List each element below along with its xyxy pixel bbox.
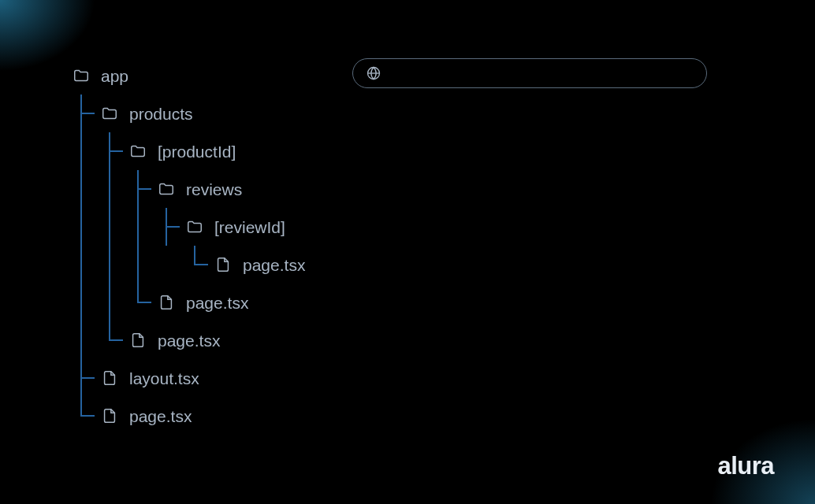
tree-label: app — [101, 68, 128, 84]
file-icon — [129, 332, 147, 349]
tree-label: page.tsx — [243, 257, 305, 273]
globe-icon — [366, 65, 381, 81]
tree-label: [productId] — [158, 143, 236, 160]
file-icon — [101, 407, 118, 424]
tree-label: page.tsx — [186, 295, 248, 311]
tree-row-productid[interactable]: [productId] — [73, 132, 305, 170]
tree-row-page-tsx[interactable]: page.tsx — [73, 284, 305, 321]
tree-row-app[interactable]: app — [73, 57, 305, 94]
folder-icon — [158, 180, 175, 198]
url-bar[interactable] — [352, 58, 707, 88]
file-icon — [214, 256, 232, 273]
tree-row-reviews[interactable]: reviews — [73, 170, 305, 208]
tree-row-layout-tsx[interactable]: layout.tsx — [73, 359, 305, 397]
folder-icon — [73, 67, 90, 84]
main-container: app products [productId] — [0, 0, 815, 435]
tree-row-products[interactable]: products — [73, 94, 305, 132]
tree-row-reviewid[interactable]: [reviewId] — [73, 208, 305, 246]
brand-logo: alura — [717, 452, 774, 480]
tree-label: page.tsx — [129, 408, 192, 424]
tree-row-page-tsx[interactable]: page.tsx — [73, 321, 305, 359]
tree-label: [reviewId] — [214, 219, 285, 235]
tree-row-page-tsx[interactable]: page.tsx — [73, 397, 305, 435]
file-icon — [101, 369, 118, 387]
tree-label: page.tsx — [158, 332, 220, 349]
tree-row-page-tsx[interactable]: page.tsx — [73, 246, 305, 284]
file-tree: app products [productId] — [73, 57, 305, 435]
folder-icon — [186, 218, 203, 235]
tree-label: products — [129, 106, 193, 122]
tree-label: reviews — [186, 181, 242, 198]
folder-icon — [129, 143, 147, 160]
tree-label: layout.tsx — [129, 370, 199, 387]
folder-icon — [101, 105, 118, 122]
file-icon — [158, 294, 175, 311]
